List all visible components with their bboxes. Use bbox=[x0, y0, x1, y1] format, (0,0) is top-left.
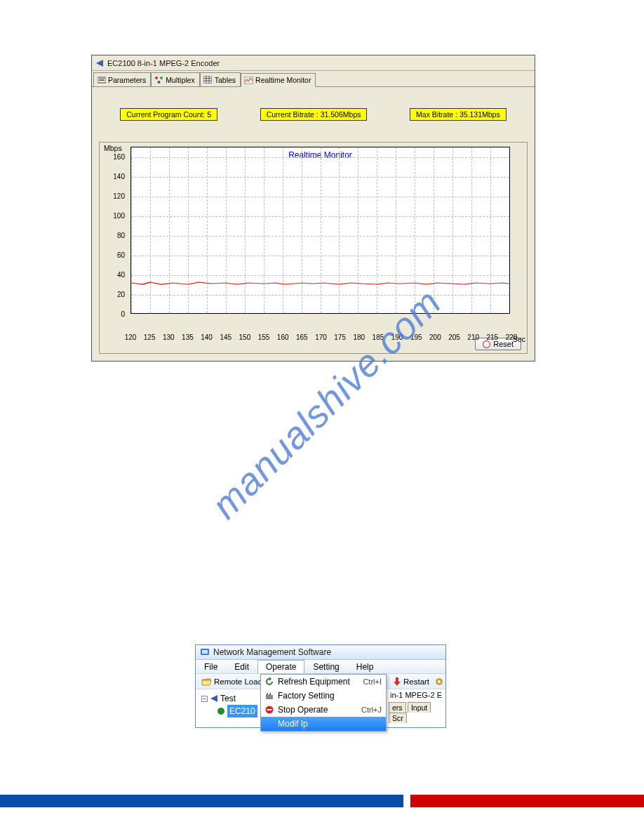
gridline bbox=[226, 147, 227, 313]
app-icon bbox=[200, 647, 210, 657]
monitor-icon bbox=[244, 76, 253, 85]
svg-point-20 bbox=[217, 708, 224, 715]
x-tick: 205 bbox=[448, 333, 460, 341]
x-tick: 120 bbox=[125, 333, 137, 341]
remote-load-button[interactable]: Remote Load bbox=[199, 677, 265, 687]
y-axis-title: Mbps bbox=[100, 144, 125, 152]
x-tick: 185 bbox=[373, 333, 384, 341]
svg-rect-21 bbox=[266, 695, 273, 699]
tab-realtime-monitor[interactable]: Realtime Monitor bbox=[241, 73, 316, 87]
menu-item-refresh-equipment[interactable]: Refresh Equipment Ctrl+I bbox=[261, 675, 386, 689]
chart-plot-area: Realtime Monitor bbox=[130, 147, 510, 314]
y-tick: 0 bbox=[121, 310, 125, 318]
gridline bbox=[302, 147, 302, 313]
operate-dropdown: Refresh Equipment Ctrl+I Factory Setting… bbox=[260, 674, 387, 732]
tree-node-label: EC210 bbox=[227, 705, 257, 717]
collapse-icon[interactable]: − bbox=[201, 696, 208, 702]
menu-item-label: Stop Operate bbox=[275, 705, 361, 715]
menu-item-factory-setting[interactable]: Factory Setting bbox=[261, 689, 386, 703]
x-tick: 190 bbox=[391, 333, 403, 341]
gridline bbox=[245, 147, 246, 313]
clipped-tab[interactable]: Input bbox=[408, 702, 431, 713]
x-tick: 130 bbox=[163, 333, 175, 341]
y-tick: 140 bbox=[113, 173, 125, 180]
menu-item-modif-ip[interactable]: Modif Ip bbox=[261, 717, 386, 731]
tree-arrow-icon bbox=[210, 694, 218, 703]
y-tick: 40 bbox=[117, 271, 125, 279]
x-axis: 120 125 130 135 140 145 150 155 160 165 … bbox=[130, 333, 511, 343]
gridline bbox=[188, 147, 189, 313]
menu-edit[interactable]: Edit bbox=[226, 660, 257, 673]
gridline bbox=[490, 147, 491, 313]
clipped-tab[interactable]: Scr bbox=[389, 713, 407, 723]
gridline bbox=[150, 147, 151, 313]
window-titlebar: EC2100 8-in-1 MPEG-2 Encoder bbox=[92, 55, 535, 71]
svg-marker-23 bbox=[269, 692, 271, 695]
gridline bbox=[283, 147, 283, 313]
status-row: Current Program Count: 5 Current Bitrate… bbox=[99, 108, 528, 121]
x-tick: 210 bbox=[467, 333, 479, 341]
clipped-tab[interactable]: ers bbox=[389, 702, 406, 713]
gridline bbox=[339, 147, 340, 313]
svg-marker-22 bbox=[266, 692, 268, 695]
tab-label: Parameters bbox=[108, 76, 146, 84]
gridline bbox=[452, 147, 453, 313]
encoder-window: EC2100 8-in-1 MPEG-2 Encoder Parameters … bbox=[91, 55, 535, 362]
window-body: Current Program Count: 5 Current Bitrate… bbox=[92, 86, 535, 361]
factory-icon bbox=[264, 691, 275, 701]
menu-file[interactable]: File bbox=[196, 660, 226, 673]
tab-parameters[interactable]: Parameters bbox=[93, 72, 151, 86]
x-tick: 155 bbox=[258, 333, 270, 341]
x-tick: 180 bbox=[353, 333, 365, 341]
x-axis-title: Sec bbox=[513, 335, 525, 343]
tree-panel: − Test EC210 Refresh Equipment Ctrl+I bbox=[196, 689, 445, 727]
x-tick: 150 bbox=[239, 333, 251, 341]
menu-item-shortcut: Ctrl+J bbox=[361, 706, 382, 714]
gridline bbox=[377, 147, 377, 313]
device-status-icon bbox=[217, 707, 225, 715]
menu-item-shortcut: Ctrl+I bbox=[363, 677, 382, 686]
clipped-device-title: in-1 MPEG-2 E bbox=[389, 689, 445, 702]
svg-marker-19 bbox=[210, 695, 217, 702]
toolbar-extra-button[interactable] bbox=[431, 676, 447, 687]
menu-label: Setting bbox=[313, 662, 339, 672]
svg-rect-14 bbox=[202, 650, 208, 654]
y-tick: 120 bbox=[113, 192, 125, 200]
footer-bar-blue bbox=[0, 795, 403, 807]
x-tick: 175 bbox=[334, 333, 346, 341]
menu-label: Edit bbox=[234, 662, 249, 672]
gridline bbox=[415, 147, 415, 313]
toolbar-label: Restart bbox=[403, 677, 429, 686]
x-tick: 200 bbox=[429, 333, 441, 341]
tab-label: ers bbox=[392, 703, 403, 712]
gridline bbox=[321, 147, 321, 313]
x-tick: 125 bbox=[144, 333, 156, 341]
menu-help[interactable]: Help bbox=[348, 660, 382, 673]
menu-item-label: Factory Setting bbox=[275, 691, 382, 701]
toolbar-label: Remote Load bbox=[214, 677, 262, 686]
folder-open-icon bbox=[201, 677, 212, 686]
app-icon bbox=[95, 58, 105, 68]
refresh-icon bbox=[264, 677, 275, 687]
restart-button[interactable]: Restart bbox=[390, 676, 432, 687]
tab-label: Tables bbox=[215, 76, 236, 84]
tab-label: Multiplex bbox=[166, 76, 194, 84]
window-title: Network Management Software bbox=[213, 647, 331, 657]
tab-multiplex[interactable]: Multiplex bbox=[151, 72, 199, 86]
menu-operate[interactable]: Operate bbox=[257, 660, 304, 673]
tab-tables[interactable]: Tables bbox=[200, 72, 241, 86]
tree-node-label: Test bbox=[220, 692, 236, 705]
menu-setting[interactable]: Setting bbox=[304, 660, 347, 673]
svg-marker-16 bbox=[394, 682, 401, 686]
tab-label: Input bbox=[411, 703, 427, 712]
tab-label: Realtime Monitor bbox=[255, 76, 311, 84]
x-tick: 160 bbox=[277, 333, 289, 341]
y-axis: Mbps 160 140 120 100 80 60 40 20 0 bbox=[100, 144, 126, 153]
y-tick: 60 bbox=[117, 251, 125, 259]
x-tick: 140 bbox=[201, 333, 213, 341]
menu-item-stop-operate[interactable]: Stop Operate Ctrl+J bbox=[261, 703, 386, 717]
menu-label: Help bbox=[356, 662, 374, 672]
page-footer-bars bbox=[0, 795, 644, 807]
status-max-bitrate: Max Bitrate : 35.131Mbps bbox=[410, 108, 507, 121]
menu-item-label: Modif Ip bbox=[275, 719, 382, 729]
